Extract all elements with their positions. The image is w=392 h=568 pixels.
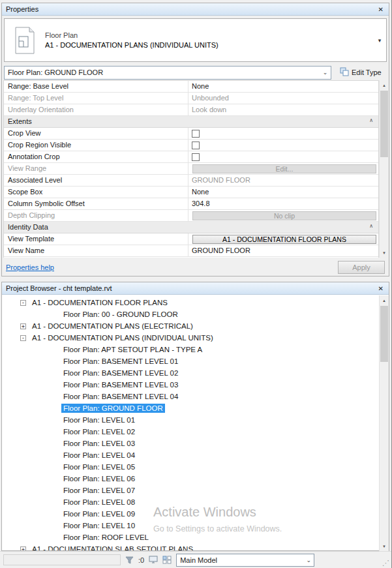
tree-item-label: Floor Plan: LEVEL 08 [61, 498, 137, 507]
tree-view: -A1 - DOCUMENTATION FLOOR PLANSFloor Pla… [3, 295, 378, 550]
property-row: Crop View [4, 128, 378, 140]
browser-scrollbar[interactable]: ▲ ▼ [379, 295, 389, 551]
property-value[interactable]: 304.8 [188, 198, 378, 209]
tree-item[interactable]: Floor Plan: LEVEL 07 [3, 485, 378, 496]
property-value[interactable]: No clip [188, 210, 378, 221]
property-value[interactable] [188, 151, 378, 162]
tree-item[interactable]: Floor Plan: LEVEL 06 [3, 473, 378, 485]
apply-button[interactable]: Apply [338, 261, 385, 274]
section-header-row[interactable]: Extents∧ [4, 116, 378, 128]
tree-item[interactable]: +A1 - DOCUMENTATION SLAB SETOUT PLANS [3, 543, 378, 550]
tree-item[interactable]: Floor Plan: LEVEL 03 [3, 438, 378, 449]
tree-item-label: Floor Plan: GROUND FLOOR [61, 404, 165, 413]
tree-item[interactable]: Floor Plan: LEVEL 10 [3, 520, 378, 531]
tree-item-label: Floor Plan: BASEMENT LEVEL 01 [61, 357, 180, 366]
view-selector-row: Floor Plan: GROUND FLOOR ⌄ Edit Type [4, 65, 387, 80]
tree-item[interactable]: Floor Plan: LEVEL 04 [3, 449, 378, 461]
scroll-down-icon[interactable]: ▼ [380, 248, 389, 258]
tree-item[interactable]: Floor Plan: BASEMENT LEVEL 04 [3, 391, 378, 402]
expand-icon[interactable]: + [20, 546, 26, 551]
property-row: Range: Base LevelNone [4, 81, 378, 93]
properties-titlebar[interactable]: Properties ✕ [2, 3, 389, 16]
properties-footer: Properties help Apply [6, 260, 385, 275]
design-option-select[interactable]: Main Model ⌄ [176, 554, 314, 567]
value-button[interactable]: A1 - DOCUMENTATION FLOOR PLANS [192, 235, 376, 244]
property-value[interactable]: GROUND FLOOR [188, 245, 378, 256]
property-value[interactable] [188, 140, 378, 151]
property-value[interactable]: Edit... [188, 163, 378, 174]
design-options-icon[interactable] [162, 556, 172, 564]
view-combo-value: Floor Plan: GROUND FLOOR [5, 68, 320, 76]
section-header-row[interactable]: Identity Data∧ [4, 222, 378, 233]
tree-item-label: Floor Plan: BASEMENT LEVEL 02 [61, 368, 180, 378]
checkbox[interactable] [192, 130, 200, 138]
worksharing-icon[interactable] [149, 556, 158, 564]
tree-item-label: Floor Plan: 00 - GROUND FLOOR [61, 310, 180, 319]
properties-help-link[interactable]: Properties help [6, 263, 54, 271]
property-label: Column Symbolic Offset [4, 198, 188, 209]
type-name: A1 - DOCUMENTATION PLANS (INDIVIDUAL UNI… [45, 41, 373, 49]
property-row: View NameGROUND FLOOR [4, 245, 378, 257]
close-icon[interactable]: ✕ [377, 285, 385, 292]
type-selector[interactable]: Floor Plan A1 - DOCUMENTATION PLANS (IND… [4, 18, 387, 62]
tree-item[interactable]: Floor Plan: BASEMENT LEVEL 03 [3, 379, 378, 391]
scrollbar-thumb[interactable] [380, 306, 388, 362]
tree-item[interactable]: Floor Plan: LEVEL 05 [3, 461, 378, 473]
tree-item[interactable]: Floor Plan: APT SETOUT PLAN - TYPE A [3, 344, 378, 355]
property-value[interactable]: Unbounded [188, 93, 378, 104]
property-value[interactable]: Look down [188, 104, 378, 115]
tree-item[interactable]: Floor Plan: BASEMENT LEVEL 02 [3, 367, 378, 379]
chevron-down-icon[interactable]: ⌄ [320, 69, 331, 76]
property-label: View Range [4, 163, 188, 174]
chevron-down-icon[interactable]: ▾ [373, 37, 386, 44]
collapse-icon[interactable]: ∧ [369, 223, 373, 233]
property-label: View Template [4, 233, 188, 245]
property-value[interactable]: None [188, 81, 378, 92]
tree-item[interactable]: -A1 - DOCUMENTATION PLANS (INDIVIDUAL UN… [3, 332, 378, 344]
scroll-up-icon[interactable]: ▲ [380, 80, 389, 90]
tree-item[interactable]: Floor Plan: LEVEL 01 [3, 414, 378, 426]
tree-item-label: A1 - DOCUMENTATION PLANS (INDIVIDUAL UNI… [30, 333, 215, 342]
tree-item[interactable]: -A1 - DOCUMENTATION FLOOR PLANS [3, 297, 378, 308]
view-combo[interactable]: Floor Plan: GROUND FLOOR ⌄ [4, 66, 331, 80]
close-icon[interactable]: ✕ [377, 6, 385, 13]
tree-item[interactable]: Floor Plan: LEVEL 09 [3, 508, 378, 520]
tree-item[interactable]: Floor Plan: LEVEL 02 [3, 426, 378, 438]
value-button[interactable]: Edit... [192, 164, 376, 173]
panel-title: Project Browser - cht template.rvt [6, 284, 377, 292]
collapse-icon[interactable]: ∧ [369, 117, 373, 127]
property-label: Range: Top Level [4, 93, 188, 104]
collapse-icon[interactable]: - [20, 300, 26, 306]
tree-item[interactable]: Floor Plan: GROUND FLOOR [3, 402, 378, 414]
property-value[interactable]: A1 - DOCUMENTATION FLOOR PLANS [188, 233, 378, 245]
chevron-down-icon[interactable]: ⌄ [303, 557, 314, 563]
tree-item[interactable]: Floor Plan: ROOF LEVEL [3, 531, 378, 543]
tree-item[interactable]: Floor Plan: 00 - GROUND FLOOR [3, 308, 378, 320]
property-value[interactable]: None [188, 187, 378, 198]
property-row: Column Symbolic Offset304.8 [4, 198, 378, 210]
scroll-down-icon[interactable]: ▼ [380, 541, 389, 551]
value-button[interactable]: No clip [192, 211, 376, 220]
tree-item[interactable]: +A1 - DOCUMENTATION PLANS (ELECTRICAL) [3, 320, 378, 332]
tree-item-label: A1 - DOCUMENTATION FLOOR PLANS [30, 298, 170, 307]
collapse-icon[interactable]: - [20, 335, 26, 341]
edit-type-button[interactable]: Edit Type [337, 66, 384, 79]
edit-type-label: Edit Type [352, 68, 382, 76]
resize-grip-icon[interactable]: ⋰ [382, 559, 390, 567]
checkbox[interactable] [192, 153, 200, 161]
property-row: Underlay OrientationLook down [4, 104, 378, 116]
property-value[interactable] [188, 128, 378, 139]
checkbox[interactable] [192, 142, 200, 149]
scrollbar-thumb[interactable] [380, 91, 388, 157]
property-row: View TemplateA1 - DOCUMENTATION FLOOR PL… [4, 233, 378, 245]
selection-filter-icon[interactable] [125, 556, 134, 564]
property-value[interactable]: GROUND FLOOR [188, 175, 378, 186]
property-label: View Name [4, 245, 188, 256]
expand-icon[interactable]: + [20, 323, 26, 329]
scroll-up-icon[interactable]: ▲ [380, 295, 389, 305]
properties-scrollbar[interactable]: ▲ ▼ [379, 80, 389, 258]
project-browser-titlebar[interactable]: Project Browser - cht template.rvt ✕ [2, 282, 389, 295]
tree-item[interactable]: Floor Plan: LEVEL 08 [3, 496, 378, 508]
project-browser-panel: Project Browser - cht template.rvt ✕ -A1… [1, 282, 389, 551]
tree-item[interactable]: Floor Plan: BASEMENT LEVEL 01 [3, 355, 378, 367]
